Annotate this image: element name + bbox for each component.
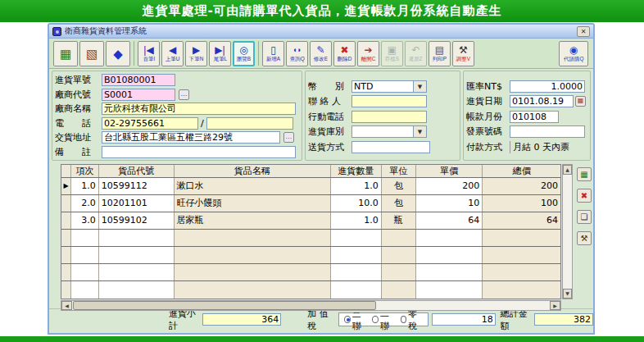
cell-total[interactable] [483,247,560,263]
table-row-empty[interactable] [61,281,560,299]
phone2-field[interactable] [206,117,293,130]
cell-name[interactable] [175,230,331,246]
cell-unit[interactable] [382,230,416,246]
invoice-no-field[interactable] [510,125,585,138]
cell-name[interactable]: 居家瓶 [175,212,331,229]
save-button[interactable]: ▣ 存檔S [381,41,403,66]
cell-price[interactable] [416,247,483,263]
cell-name[interactable]: 漱口水 [175,178,331,194]
warehouse-dropdown[interactable]: ▼ [351,125,427,138]
mobile-field[interactable] [351,111,427,123]
grid-horizontal-scrollbar[interactable]: ◀ ▶ [61,300,561,311]
cell-qty[interactable] [331,281,382,299]
last-record-button[interactable]: ▶| 尾筆L [209,41,231,66]
cell-unit[interactable] [382,281,416,299]
vendor-code-field[interactable] [102,89,175,101]
contact-field[interactable] [351,95,427,107]
vendor-lookup-button[interactable]: … [179,89,189,100]
next-record-button[interactable]: ▶ 下筆N [185,41,207,66]
table-row[interactable]: 2.0 10201101 旺仔小饅頭 10.0 包 10 100 [61,195,560,212]
add-button[interactable]: ▯ 新增A [262,41,284,66]
scroll-down-icon[interactable]: ▼ [563,289,572,299]
cell-total[interactable]: 64 [483,212,560,229]
cell-code[interactable] [99,247,175,263]
warehouse-value[interactable] [351,125,414,138]
scroll-right-icon[interactable]: ▶ [550,301,560,310]
close-button[interactable]: ✕ [577,26,590,37]
cell-code[interactable] [99,264,175,280]
radio-duplicate[interactable]: 二聯 [372,308,394,332]
cell-code[interactable] [99,281,175,299]
cell-name[interactable] [175,264,331,280]
tools-button[interactable]: ⚒ 調整V [452,41,474,66]
address-lookup-button[interactable]: … [283,132,294,143]
vendor-name-field[interactable] [102,103,296,115]
undo-button[interactable]: ↶ 還原Z [405,41,427,66]
table-row-empty[interactable] [61,247,560,264]
cell-qty[interactable] [331,247,382,263]
import-requisition-button[interactable]: ◉ 代請購Q [559,41,588,66]
phone-field[interactable] [102,117,198,130]
delivery-field[interactable] [351,141,430,153]
cell-unit[interactable] [382,264,416,280]
cell-unit[interactable]: 包 [382,195,416,212]
cell-unit[interactable]: 瓶 [382,212,416,229]
cell-code[interactable] [99,230,175,246]
cell-name[interactable] [175,247,331,263]
row-delete-button[interactable]: ✖ [577,189,592,203]
purchase-date-field[interactable] [510,95,574,107]
grid-calculator-button[interactable]: ▦ [577,167,592,181]
table-row-empty[interactable] [61,230,560,247]
row-tools-button[interactable]: ⚒ [577,231,592,245]
memo-field[interactable] [102,146,296,158]
cell-total[interactable]: 200 [483,178,560,194]
chevron-down-icon[interactable]: ▼ [414,80,427,93]
cell-price[interactable] [416,230,483,246]
cell-name[interactable] [175,281,331,299]
cell-qty[interactable]: 1.0 [331,212,382,229]
account-month-field[interactable] [510,111,559,123]
cell-code[interactable]: 10599102 [99,212,175,229]
chevron-down-icon[interactable]: ▼ [414,125,427,138]
subtotal-field[interactable] [202,313,281,326]
cell-unit[interactable] [382,247,416,263]
cell-code[interactable]: 10599112 [99,178,175,194]
cell-seq[interactable] [71,281,99,299]
cell-unit[interactable]: 包 [382,178,416,194]
print-button[interactable]: ▤ 列印P [429,41,451,66]
table-row-empty[interactable] [61,264,560,281]
cell-qty[interactable]: 1.0 [331,178,382,194]
query-button[interactable]: ◖◗ 查詢Q [286,41,308,66]
cell-name[interactable]: 旺仔小饅頭 [175,195,331,212]
scroll-left-icon[interactable]: ◀ [61,301,72,310]
scroll-up-icon[interactable]: ▲ [563,165,572,175]
grid-vertical-scrollbar[interactable]: ▲ ▼ [562,164,573,299]
radio-zero-tax[interactable]: 零稅 [401,308,423,332]
exchange-rate-field[interactable] [510,80,585,93]
cell-total[interactable] [483,264,560,280]
cell-price[interactable]: 64 [416,212,483,229]
vat-amount-field[interactable] [432,313,496,326]
cell-seq[interactable] [71,230,99,246]
table-row[interactable]: 3.0 10599102 居家瓶 1.0 瓶 64 64 [61,212,560,230]
cell-price[interactable] [416,264,483,280]
currency-value[interactable] [351,80,414,93]
cell-price[interactable]: 10 [416,195,483,212]
cell-total[interactable] [483,230,560,246]
browse-button[interactable]: ◎ 瀏覽B [233,41,255,66]
cell-seq[interactable] [71,247,99,263]
date-picker-button[interactable]: ▦ [575,96,586,107]
scrollbar-track[interactable] [376,301,550,310]
cell-code[interactable]: 10201101 [99,195,175,212]
cell-qty[interactable]: 10.0 [331,195,382,212]
order-no-field[interactable] [102,74,175,86]
cell-total[interactable] [483,281,560,299]
cell-price[interactable] [416,281,483,299]
prev-record-button[interactable]: ◀ 上筆U [161,41,184,66]
currency-dropdown[interactable]: ▼ [351,80,427,93]
exit-button[interactable]: ➔ 離開C [357,41,379,66]
calculator-button[interactable]: ▦ [53,41,78,66]
radio-triplicate[interactable]: 三聯 [344,308,366,332]
delete-button[interactable]: ✖ 刪除D [333,41,356,66]
total-field[interactable] [534,313,593,326]
